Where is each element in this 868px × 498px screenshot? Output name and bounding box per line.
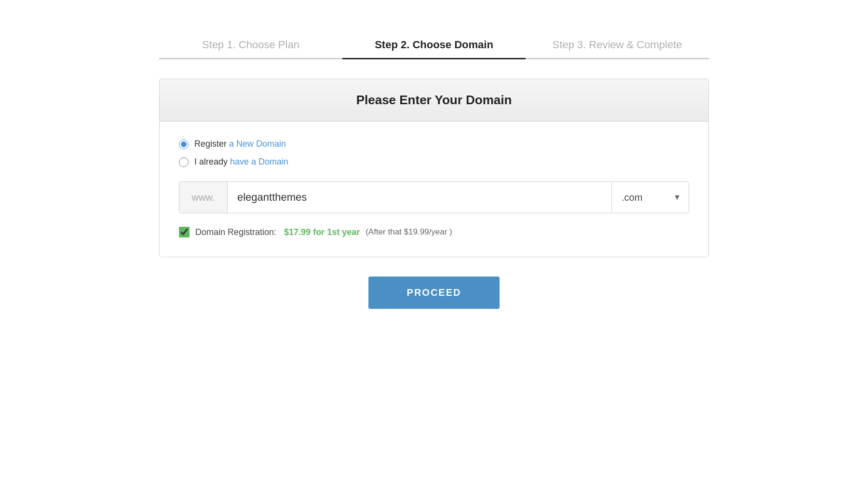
register-new-domain-option[interactable]: Register a New Domain [179,139,689,149]
domain-registration-row: Domain Registration: $17.99 for 1st year… [179,227,689,237]
domain-card: Please Enter Your Domain Register a New … [159,79,709,257]
step1-label: Step 1. Choose Plan [202,39,299,58]
step2-underline [342,58,526,59]
price-highlight: $17.99 for 1st year [284,227,360,237]
already-have-domain-option[interactable]: I already have a Domain [179,157,689,167]
step2-item[interactable]: Step 2. Choose Domain [342,39,526,59]
steps-navigation: Step 1. Choose Plan Step 2. Choose Domai… [159,39,709,59]
step3-label: Step 3. Review & Complete [552,39,682,58]
step3-item[interactable]: Step 3. Review & Complete [526,39,709,59]
already-have-domain-radio[interactable] [179,157,189,167]
domain-registration-checkbox-wrapper [179,227,190,237]
domain-text-input[interactable] [228,182,611,213]
tld-select[interactable]: .com .net .org .io .co [612,182,689,213]
www-prefix-label: www. [179,182,228,213]
tld-select-wrapper: .com .net .org .io .co ▼ [611,182,689,213]
card-body: Register a New Domain I already have a D… [160,122,708,257]
step1-underline [159,58,342,59]
card-header-title: Please Enter Your Domain [179,93,689,108]
registration-label: Domain Registration: [195,227,276,237]
proceed-button[interactable]: PROCEED [368,277,500,309]
card-header: Please Enter Your Domain [160,79,708,122]
radio-group: Register a New Domain I already have a D… [179,139,689,167]
proceed-wrapper: PROCEED [159,277,709,309]
domain-input-row: www. .com .net .org .io .co ▼ [179,181,689,213]
page-container: Step 1. Choose Plan Step 2. Choose Domai… [159,39,709,309]
register-new-label: Register a New Domain [194,139,286,149]
already-have-label: I already have a Domain [194,157,288,167]
price-after: (After that $19.99/year ) [366,227,452,237]
register-new-domain-radio[interactable] [179,139,189,149]
step3-underline [526,58,709,59]
step2-label: Step 2. Choose Domain [375,39,493,58]
step1-item[interactable]: Step 1. Choose Plan [159,39,342,59]
domain-registration-checkbox[interactable] [179,227,190,237]
